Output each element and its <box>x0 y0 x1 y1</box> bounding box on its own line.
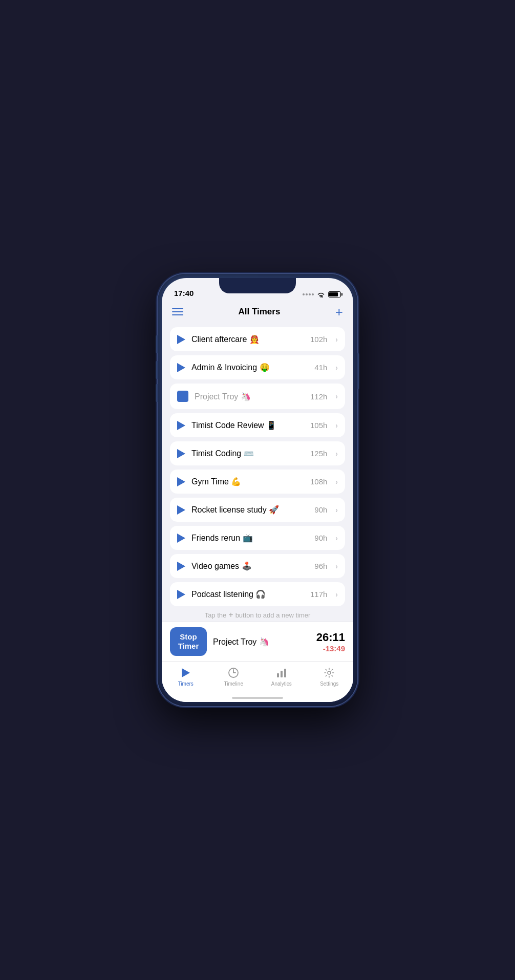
wifi-icon <box>317 291 325 297</box>
settings-tab-icon <box>323 667 335 679</box>
timer-elapsed: 26:11 <box>316 631 345 644</box>
timer-name: Project Troy 🦄 <box>195 392 304 401</box>
play-icon <box>177 449 185 458</box>
tab-bar: Timers Timeline <box>162 661 353 702</box>
chevron-icon: › <box>335 450 338 458</box>
timer-item[interactable]: Timist Coding ⌨️125h› <box>170 441 345 465</box>
chevron-icon: › <box>335 562 338 570</box>
svg-rect-5 <box>281 671 283 677</box>
play-icon <box>177 534 185 543</box>
chevron-icon: › <box>335 534 338 542</box>
play-icon <box>177 505 185 515</box>
play-icon <box>177 562 185 571</box>
chevron-icon: › <box>335 392 338 400</box>
timer-duration: 90h <box>314 534 327 542</box>
svg-rect-4 <box>277 673 279 677</box>
play-icon <box>177 590 185 599</box>
stop-timer-button[interactable]: StopTimer <box>170 627 207 656</box>
timer-item[interactable]: Client aftercare 🧑‍🚒102h› <box>170 327 345 351</box>
timer-item[interactable]: Gym Time 💪108h› <box>170 470 345 494</box>
chevron-icon: › <box>335 506 338 514</box>
timer-duration: 125h <box>310 449 327 458</box>
settings-tab-label: Settings <box>320 681 338 687</box>
active-timer-time: 26:11 -13:49 <box>316 631 345 653</box>
app-header: All Timers + <box>162 301 353 323</box>
chevron-icon: › <box>335 478 338 486</box>
timer-duration: 112h <box>310 392 327 401</box>
timer-item[interactable]: Rocket license study 🚀90h› <box>170 498 345 522</box>
active-timer-bar: StopTimer Project Troy 🦄 26:11 -13:49 <box>162 622 353 661</box>
play-icon <box>177 421 185 430</box>
chevron-icon: › <box>335 335 338 344</box>
tab-settings[interactable]: Settings <box>306 667 354 687</box>
battery-icon <box>328 291 341 297</box>
status-icons <box>303 291 341 297</box>
timer-item[interactable]: Project Troy 🦄112h› <box>170 384 345 409</box>
phone-screen: 17:40 <box>162 278 353 702</box>
home-indicator <box>232 697 283 699</box>
timer-item[interactable]: Admin & Invoicing 🤑41h› <box>170 355 345 379</box>
analytics-tab-label: Analytics <box>271 681 292 687</box>
timer-duration: 96h <box>314 562 327 570</box>
menu-button[interactable] <box>172 308 183 315</box>
chevron-icon: › <box>335 421 338 430</box>
analytics-tab-icon <box>275 667 288 679</box>
play-icon <box>177 363 185 372</box>
svg-point-7 <box>328 671 331 674</box>
timer-name: Gym Time 💪 <box>191 477 304 486</box>
timers-tab-icon <box>180 667 192 679</box>
timeline-tab-icon <box>227 667 240 679</box>
timer-name: Admin & Invoicing 🤑 <box>191 363 308 372</box>
timer-item[interactable]: Video games 🕹️96h› <box>170 554 345 578</box>
timer-duration: 102h <box>310 335 327 344</box>
timer-remaining: -13:49 <box>316 644 345 653</box>
add-timer-button[interactable]: + <box>335 305 343 318</box>
timer-duration: 105h <box>310 421 327 430</box>
svg-point-0 <box>320 296 321 297</box>
hint-text: Tap the + button to add a new timer <box>162 606 353 622</box>
timer-duration: 108h <box>310 477 327 486</box>
timer-duration: 90h <box>314 505 327 514</box>
chevron-icon: › <box>335 590 338 599</box>
chevron-icon: › <box>335 364 338 372</box>
timer-name: Podcast listening 🎧 <box>191 589 304 599</box>
hint-plus-icon: + <box>228 610 233 620</box>
timer-name: Timist Code Review 📱 <box>191 420 304 430</box>
tab-timers[interactable]: Timers <box>162 667 210 687</box>
timer-name: Rocket license study 🚀 <box>191 505 308 515</box>
stop-icon <box>177 391 188 402</box>
tab-timeline[interactable]: Timeline <box>210 667 258 687</box>
page-title: All Timers <box>238 307 280 317</box>
tab-analytics[interactable]: Analytics <box>258 667 306 687</box>
play-icon <box>177 477 185 486</box>
timeline-tab-label: Timeline <box>224 681 243 687</box>
timer-item[interactable]: Podcast listening 🎧117h› <box>170 582 345 606</box>
timer-name: Client aftercare 🧑‍🚒 <box>191 334 304 344</box>
notch <box>219 278 296 293</box>
timer-name: Video games 🕹️ <box>191 561 308 571</box>
timer-list: Client aftercare 🧑‍🚒102h›Admin & Invoici… <box>162 323 353 606</box>
timer-duration: 41h <box>314 363 327 372</box>
play-icon <box>177 335 185 344</box>
timer-name: Friends rerun 📺 <box>191 533 308 543</box>
timer-item[interactable]: Timist Code Review 📱105h› <box>170 413 345 437</box>
timer-item[interactable]: Friends rerun 📺90h› <box>170 526 345 550</box>
timers-tab-label: Timers <box>178 681 194 687</box>
status-time: 17:40 <box>174 289 194 297</box>
svg-rect-6 <box>284 669 286 677</box>
timer-duration: 117h <box>310 590 327 599</box>
timer-name: Timist Coding ⌨️ <box>191 449 304 458</box>
phone-frame: 17:40 <box>158 274 357 706</box>
signal-icon <box>303 293 314 295</box>
active-timer-name: Project Troy 🦄 <box>213 637 310 647</box>
